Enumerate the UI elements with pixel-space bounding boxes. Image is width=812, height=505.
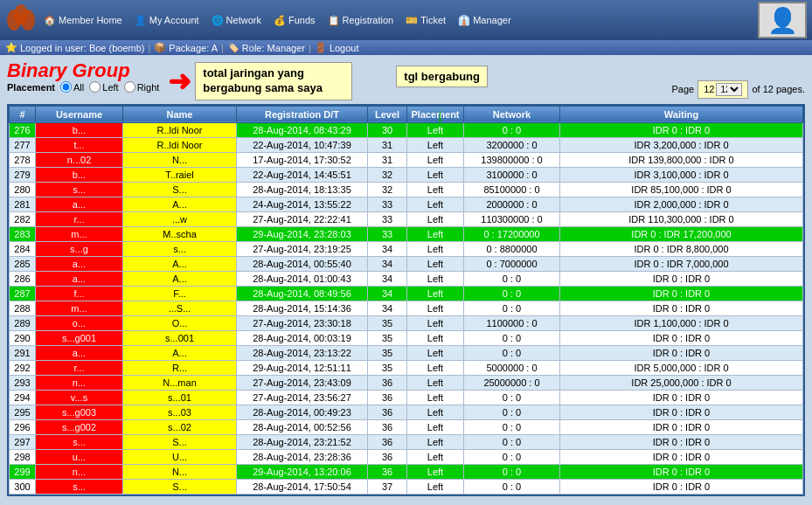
cell-name: A...	[123, 256, 237, 271]
cell-username[interactable]: t...	[36, 137, 123, 152]
cell-dt: 27-Aug-2014, 23:56:27	[237, 390, 368, 405]
cell-level: 36	[368, 375, 407, 390]
placement-right-radio[interactable]: Right	[124, 81, 160, 93]
cell-num: 285	[10, 256, 36, 271]
cell-waiting: IDR 0 : IDR 0	[560, 464, 803, 479]
nav-registration[interactable]: 📋 Registration	[323, 13, 399, 28]
cell-waiting: IDR 139,800,000 : IDR 0	[560, 152, 803, 167]
nav-manager[interactable]: 👔 Manager	[453, 13, 516, 28]
cell-username[interactable]: o...	[36, 315, 123, 330]
cell-num: 295	[10, 405, 36, 419]
cell-placement: Left	[407, 360, 464, 375]
cell-level: 33	[368, 197, 407, 211]
cell-level: 34	[368, 271, 407, 286]
cell-level: 36	[368, 390, 407, 405]
cell-waiting: IDR 0 : IDR 0	[560, 122, 803, 137]
cell-username[interactable]: s...	[36, 182, 123, 197]
cell-username[interactable]: b...	[36, 167, 123, 182]
logged-in-user: ⭐ Logged in user: Boe (boemb)	[5, 42, 144, 53]
nav-ticket[interactable]: 🎫 Ticket	[400, 13, 451, 28]
page-label: Page	[671, 84, 694, 94]
table-row: 276b...R..ldi Noor28-Aug-2014, 08:43:293…	[10, 122, 803, 137]
table-row: 294v...ss...0127-Aug-2014, 23:56:2736Lef…	[10, 390, 803, 405]
cell-username[interactable]: m...	[36, 301, 123, 315]
cell-waiting: IDR 0 : IDR 0	[560, 301, 803, 315]
cell-username[interactable]: v...s	[36, 390, 123, 405]
cell-waiting: IDR 0 : IDR 0	[560, 419, 803, 434]
cell-network: 0 : 0	[464, 286, 560, 301]
cell-level: 36	[368, 419, 407, 434]
cell-username[interactable]: s...	[36, 479, 123, 494]
cell-username[interactable]: m...	[36, 226, 123, 241]
cell-dt: 28-Aug-2014, 00:55:40	[237, 256, 368, 271]
cell-username[interactable]: f...	[36, 286, 123, 301]
svg-point-2	[21, 10, 35, 31]
nav-funds[interactable]: 💰 Funds	[268, 13, 321, 28]
cell-network: 0 : 0	[464, 271, 560, 286]
cell-waiting: IDR 0 : IDR 8,800,000	[560, 241, 803, 256]
cell-waiting: IDR 110,300,000 : IDR 0	[560, 211, 803, 226]
col-name: Name	[123, 106, 237, 122]
cell-username[interactable]: r...	[36, 360, 123, 375]
cell-username[interactable]: a...	[36, 345, 123, 360]
cell-dt: 28-Aug-2014, 00:49:23	[237, 405, 368, 419]
cell-num: 286	[10, 271, 36, 286]
cell-network: 0 : 0	[464, 419, 560, 434]
cell-placement: Left	[407, 167, 464, 182]
cell-dt: 29-Aug-2014, 12:51:11	[237, 360, 368, 375]
cell-username[interactable]: n...02	[36, 152, 123, 167]
cell-waiting: IDR 0 : IDR 7,000,000	[560, 256, 803, 271]
cell-username[interactable]: s...g003	[36, 405, 123, 419]
cell-username[interactable]: a...	[36, 271, 123, 286]
cell-num: 279	[10, 167, 36, 182]
cell-username[interactable]: u...	[36, 449, 123, 464]
cell-username[interactable]: n...	[36, 464, 123, 479]
cell-network: 25000000 : 0	[464, 375, 560, 390]
nav-my-account[interactable]: 👤 My Account	[129, 13, 205, 28]
cell-username[interactable]: b...	[36, 122, 123, 137]
cell-username[interactable]: a...	[36, 256, 123, 271]
cell-num: 289	[10, 315, 36, 330]
placement-all-radio[interactable]: All	[60, 81, 84, 93]
cell-dt: 27-Aug-2014, 23:43:09	[237, 375, 368, 390]
cell-dt: 28-Aug-2014, 00:52:56	[237, 419, 368, 434]
nav-member-home[interactable]: 🏠 Member Home	[38, 13, 128, 28]
manager-icon: 👔	[458, 15, 470, 26]
nav-network[interactable]: 🌐 Network	[206, 13, 267, 28]
cell-username[interactable]: a...	[36, 197, 123, 211]
placement-left-radio[interactable]: Left	[89, 81, 118, 93]
cell-username[interactable]: r...	[36, 211, 123, 226]
cell-username[interactable]: s...g001	[36, 330, 123, 345]
cell-network: 3100000 : 0	[464, 167, 560, 182]
cell-username[interactable]: s...g002	[36, 419, 123, 434]
page-selector[interactable]: 12 12	[697, 80, 748, 99]
cell-level: 35	[368, 330, 407, 345]
cell-network: 0 : 7000000	[464, 256, 560, 271]
table-row: 293n...N...man27-Aug-2014, 23:43:0936Lef…	[10, 375, 803, 390]
cell-level: 31	[368, 137, 407, 152]
cell-name: N...	[123, 152, 237, 167]
cell-waiting: IDR 1,100,000 : IDR 0	[560, 315, 803, 330]
table-row: 300s...S...28-Aug-2014, 17:50:5437Left0 …	[10, 479, 803, 494]
cell-username[interactable]: s...	[36, 434, 123, 449]
cell-name: A...	[123, 197, 237, 211]
star-icon: ⭐	[5, 42, 17, 53]
table-row: 289o...O...27-Aug-2014, 23:30:1835Left11…	[10, 315, 803, 330]
cell-level: 36	[368, 434, 407, 449]
cell-placement: Left	[407, 390, 464, 405]
cell-num: 299	[10, 464, 36, 479]
cell-dt: 24-Aug-2014, 13:55:22	[237, 197, 368, 211]
page-dropdown[interactable]: 12	[716, 83, 742, 96]
cell-num: 292	[10, 360, 36, 375]
cell-username[interactable]: s...g	[36, 241, 123, 256]
page-title: Binary Group	[7, 60, 159, 81]
cell-waiting: IDR 85,100,000 : IDR 0	[560, 182, 803, 197]
cell-waiting: IDR 0 : IDR 17,200,000	[560, 226, 803, 241]
logout-button[interactable]: 🚪 Logout	[315, 42, 359, 53]
cell-level: 34	[368, 286, 407, 301]
role-info: 🏷️ Role: Manager	[227, 42, 305, 53]
cell-network: 1100000 : 0	[464, 315, 560, 330]
cell-level: 35	[368, 345, 407, 360]
cell-username[interactable]: n...	[36, 375, 123, 390]
cell-name: M..scha	[123, 226, 237, 241]
